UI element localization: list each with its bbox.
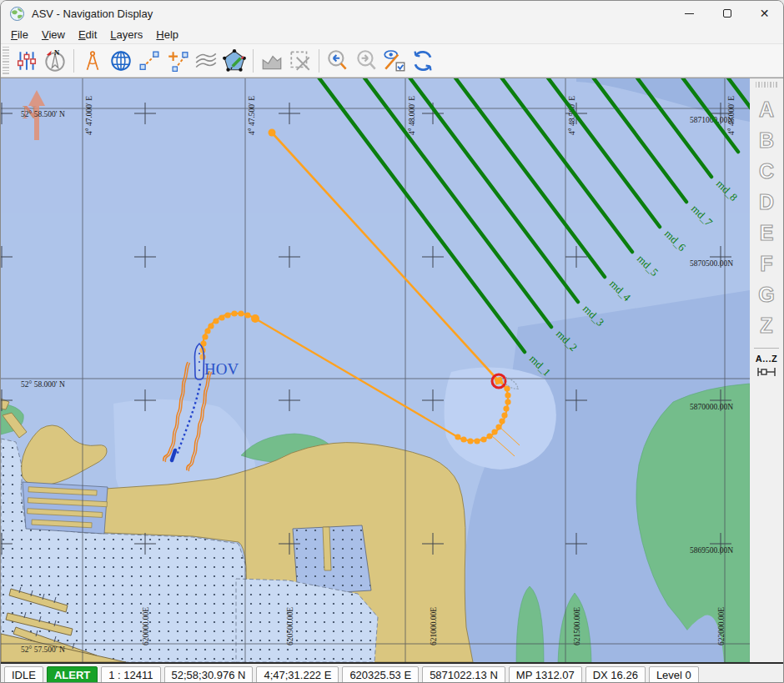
track-start-point[interactable] (269, 129, 276, 137)
refresh-icon (410, 48, 435, 73)
window-title: ASV - Navigation Display (32, 8, 153, 20)
layer-button-d[interactable]: D (759, 187, 774, 218)
status-cell-mode: IDLE (4, 666, 43, 683)
map-viewport[interactable]: N 52° 58.500' N 52° 58.000' N 52° 57.500… (1, 78, 750, 662)
menu-file[interactable]: File (4, 27, 35, 43)
clear-selection-icon (288, 48, 313, 73)
zoom-back-icon (325, 48, 350, 73)
lat-label: 52° 58.000' N (21, 380, 65, 389)
lon-label: 4° 48.000' E (408, 96, 416, 135)
status-cell-northing: 5871022.13 N (422, 666, 505, 683)
menu-help[interactable]: Help (149, 27, 185, 43)
compass-icon: N (43, 48, 68, 73)
layer-button-g[interactable]: G (758, 279, 774, 310)
marina (23, 482, 108, 534)
northing-label: 5870500.00N (690, 259, 733, 268)
easting-label: 622000.00E (717, 607, 726, 645)
maximize-icon (723, 9, 731, 18)
layer-button-f[interactable]: F (760, 249, 772, 279)
display-settings-button[interactable] (13, 47, 41, 75)
status-cell-latitude: 52;58;30.976 N (164, 666, 254, 683)
northing-label: 5869500.00N (690, 546, 733, 555)
easting-label: 620000.00E (142, 607, 150, 645)
svg-text:N: N (54, 48, 60, 57)
layer-button-c[interactable]: C (759, 156, 774, 187)
easting-label: 621000.00E (430, 607, 438, 645)
layer-button-z[interactable]: Z (760, 310, 772, 341)
toolbar-separator (253, 49, 254, 73)
minimize-button[interactable] (671, 1, 708, 26)
add-line-button[interactable] (163, 47, 192, 75)
layer-range-button[interactable]: A...Z (756, 354, 777, 364)
minimize-icon (685, 13, 694, 14)
vessel-label: HOV (204, 360, 239, 378)
nautical-chart[interactable]: N 52° 58.500' N 52° 58.000' N 52° 57.500… (1, 78, 750, 662)
range-slider-icon[interactable] (756, 366, 776, 378)
lon-label: 4° 47.500' E (248, 96, 256, 135)
app-window: ASV - Navigation Display ✕ File View Edi… (0, 0, 784, 683)
zoom-previous-button[interactable] (324, 47, 352, 75)
app-globe-icon (10, 7, 24, 21)
content-area: N 52° 58.500' N 52° 58.000' N 52° 57.500… (1, 78, 783, 664)
eye-edit-checkbox-icon (382, 48, 407, 73)
area-chart-icon (259, 49, 284, 73)
sidebar-grip[interactable] (756, 82, 777, 88)
lon-label: 4° 47.000' E (85, 96, 93, 135)
toolbar: N (1, 44, 783, 78)
drafting-compass-icon (82, 50, 103, 72)
measure-line-icon (138, 50, 160, 72)
layer-visibility-button[interactable] (380, 47, 409, 75)
status-cell-longitude: 4;47;31.222 E (256, 666, 339, 683)
refresh-button[interactable] (409, 47, 437, 75)
status-bar: IDLE ALERT 1 : 12411 52;58;30.976 N 4;47… (1, 664, 783, 683)
menu-edit[interactable]: Edit (72, 27, 103, 43)
easting-label: 621500.00E (573, 607, 581, 645)
lat-label: 52° 58.500' N (21, 110, 65, 118)
status-cell-level: Level 0 (649, 666, 699, 683)
measure-line-button[interactable] (135, 47, 163, 75)
toolbar-separator (319, 49, 319, 73)
status-cell-mp: MP 1312.07 (509, 666, 582, 683)
status-cell-dx: DX 16.26 (585, 666, 646, 683)
close-icon: ✕ (760, 8, 770, 19)
layer-button-a[interactable]: A (759, 94, 774, 125)
layer-letter-sidebar: A B C D E F G Z A...Z (750, 78, 783, 662)
layer-button-b[interactable]: B (759, 125, 774, 156)
polygon-pencil-icon (222, 48, 247, 73)
sidebar-divider (754, 348, 779, 349)
menu-layers[interactable]: Layers (103, 27, 149, 43)
status-cell-scale: 1 : 12411 (101, 666, 160, 683)
compass-orientation-button[interactable]: N (41, 47, 69, 75)
contour-lines-button[interactable] (192, 47, 220, 75)
contours-icon (193, 50, 219, 72)
easting-label: 620500.00E (286, 607, 294, 645)
status-cell-easting: 620325.53 E (342, 666, 419, 683)
maximize-button[interactable] (708, 1, 746, 26)
status-cell-alert: ALERT (47, 666, 98, 683)
zoom-forward-icon (354, 48, 379, 73)
lat-label: 52° 57.500' N (21, 645, 65, 654)
sliders-icon (16, 50, 38, 72)
measure-compass-button[interactable] (78, 47, 107, 75)
menu-view[interactable]: View (35, 27, 72, 43)
globe-projection-button[interactable] (107, 47, 135, 75)
northing-label: 5870000.00N (690, 403, 733, 411)
toolbar-grip[interactable] (3, 47, 9, 75)
title-bar[interactable]: ASV - Navigation Display ✕ (1, 1, 783, 26)
globe-icon (109, 49, 133, 73)
toolbar-separator (73, 49, 74, 73)
layer-button-e[interactable]: E (760, 218, 774, 249)
edit-polygon-button[interactable] (220, 47, 249, 75)
zoom-next-button[interactable] (352, 47, 380, 75)
close-button[interactable]: ✕ (746, 1, 783, 26)
profile-chart-button[interactable] (258, 47, 286, 75)
menu-bar: File View Edit Layers Help (1, 26, 783, 44)
track-corner-point[interactable] (251, 314, 259, 323)
add-line-icon (166, 49, 189, 73)
clear-selection-button[interactable] (286, 47, 314, 75)
